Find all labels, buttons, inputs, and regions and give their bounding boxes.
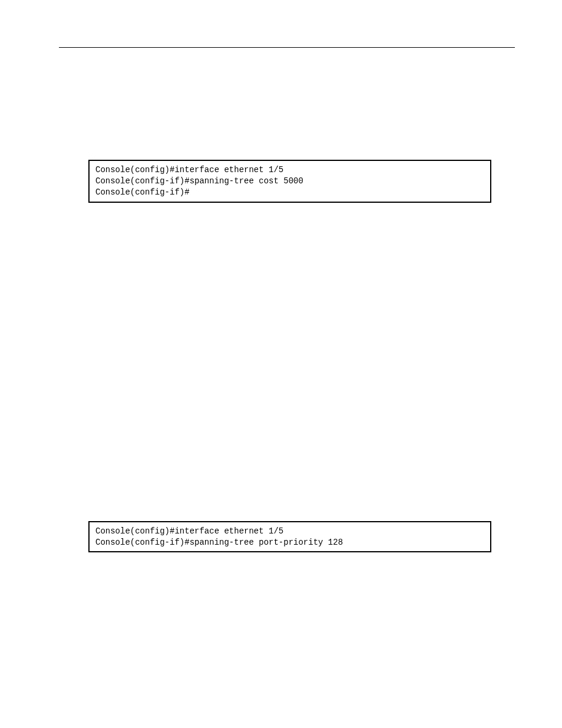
header-divider xyxy=(59,47,515,48)
page-content: Console(config)#interface ethernet 1/5 C… xyxy=(0,0,562,588)
console-line: Console(config-if)# xyxy=(95,187,190,197)
console-line: Console(config)#interface ethernet 1/5 xyxy=(95,165,283,174)
console-line: Console(config-if)#spanning-tree port-pr… xyxy=(95,538,343,547)
console-line: Console(config-if)#spanning-tree cost 50… xyxy=(95,176,303,186)
console-example-1: Console(config)#interface ethernet 1/5 C… xyxy=(88,160,491,203)
console-line: Console(config)#interface ethernet 1/5 xyxy=(95,526,283,536)
console-example-2: Console(config)#interface ethernet 1/5 C… xyxy=(88,521,491,553)
